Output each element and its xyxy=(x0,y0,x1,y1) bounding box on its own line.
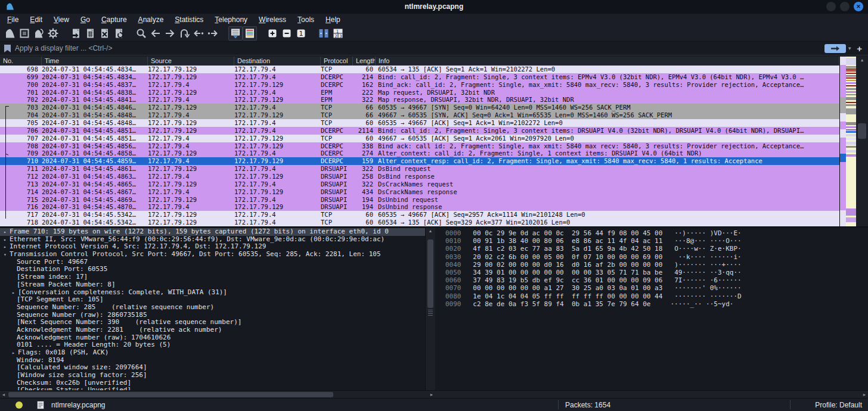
normal-size-icon[interactable]: 1 xyxy=(294,26,308,41)
capture-comment-icon[interactable] xyxy=(37,401,44,411)
menu-item-go[interactable]: Go xyxy=(80,15,90,24)
packet-row-709[interactable]: 7092024-07-31 04:54:45.4858…172.17.79.12… xyxy=(0,150,839,157)
go-forward-icon[interactable] xyxy=(163,26,177,41)
menu-item-view[interactable]: View xyxy=(54,15,69,24)
hex-row-0080[interactable]: 0080 1e 04 1c 04 04 05 ff ff ff ff ff 00… xyxy=(445,292,868,300)
capture-options-icon[interactable] xyxy=(46,26,60,41)
hex-row-0090[interactable]: 0090 c2 8e de 0a f3 5f 89 f4 0b a1 35 7e… xyxy=(445,300,868,308)
menu-item-file[interactable]: File xyxy=(7,15,18,24)
hex-row-0070[interactable]: 0070 00 00 00 00 00 00 a1 27 30 25 a0 03… xyxy=(445,284,868,292)
zoom-in-icon[interactable] xyxy=(265,26,280,41)
column-header-length[interactable]: Length xyxy=(353,57,376,66)
detail-line[interactable]: ▸Frame 710: 159 bytes on wire (1272 bits… xyxy=(0,228,425,236)
packet-row-716[interactable]: 7162024-07-31 04:54:45.4870…172.17.79.41… xyxy=(0,203,839,211)
packet-row-700[interactable]: 7002024-07-31 04:54:45.4837…172.17.79.41… xyxy=(0,81,839,89)
hex-row-0000[interactable]: 0000 00 0c 29 9e 0d ac 00 0c 29 56 44 f9… xyxy=(445,229,868,237)
detail-line[interactable]: [Stream Packet Number: 8] xyxy=(0,281,425,289)
packet-row-717[interactable]: 7172024-07-31 04:54:45.5342…172.17.79.12… xyxy=(0,211,839,219)
hex-row-0030[interactable]: 0030 20 02 c2 6b 00 00 05 00 0f 07 10 00… xyxy=(445,253,868,261)
maximize-button[interactable] xyxy=(840,2,850,11)
menu-item-help[interactable]: Help xyxy=(326,15,340,24)
packet-row-710[interactable]: 7102024-07-31 04:54:45.4859…172.17.79.41… xyxy=(0,157,839,165)
hex-row-0060[interactable]: 0060 37 49 83 19 b5 db ef 9c cc 36 01 00… xyxy=(445,276,868,284)
packet-row-712[interactable]: 7122024-07-31 04:54:45.4863…172.17.79.41… xyxy=(0,173,839,180)
packet-row-707[interactable]: 7072024-07-31 04:54:45.4851…172.17.79.41… xyxy=(0,135,839,142)
packet-list-scrollbar[interactable]: ▲ ▼ xyxy=(856,57,868,226)
number-format-icon[interactable]: 123 xyxy=(331,26,345,41)
packet-row-714[interactable]: 7142024-07-31 04:54:45.4867…172.17.79.41… xyxy=(0,188,839,196)
scroll-thumb[interactable] xyxy=(427,239,433,308)
menu-item-analyze[interactable]: Analyze xyxy=(138,15,164,24)
packet-row-706[interactable]: 7062024-07-31 04:54:45.4851…172.17.79.12… xyxy=(0,127,839,135)
open-file-icon[interactable] xyxy=(69,26,83,41)
detail-line[interactable]: Sequence Number: 285 (relative sequence … xyxy=(0,304,425,312)
menu-item-edit[interactable]: Edit xyxy=(30,15,42,24)
resize-columns-icon[interactable] xyxy=(317,26,331,41)
minimize-button[interactable] xyxy=(826,2,836,11)
details-scrollbar[interactable]: ▲ ▼ xyxy=(425,228,435,390)
packet-row-704[interactable]: 7042024-07-31 04:54:45.4848…172.17.79.41… xyxy=(0,111,839,119)
zoom-out-icon[interactable] xyxy=(280,26,294,41)
packet-row-708[interactable]: 7082024-07-31 04:54:45.4856…172.17.79.41… xyxy=(0,142,839,150)
apply-filter-button[interactable] xyxy=(824,44,846,53)
packet-row-701[interactable]: 7012024-07-31 04:54:45.4838…172.17.79.12… xyxy=(0,89,839,96)
scroll-up-icon[interactable]: ▲ xyxy=(426,228,435,235)
menu-item-tools[interactable]: Tools xyxy=(297,15,314,24)
detail-line[interactable]: ▾Transmission Control Protocol, Src Port… xyxy=(0,251,425,259)
packet-row-713[interactable]: 7132024-07-31 04:54:45.4865…172.17.79.12… xyxy=(0,180,839,188)
packet-row-718[interactable]: 7182024-07-31 04:54:45.5342…172.17.79.12… xyxy=(0,219,839,226)
packet-row-715[interactable]: 7152024-07-31 04:54:45.4869…172.17.79.12… xyxy=(0,196,839,204)
splitter-grip[interactable] xyxy=(428,309,433,317)
scroll-up-icon[interactable]: ▲ xyxy=(856,57,868,64)
filter-dropdown-caret[interactable]: ▼ xyxy=(847,46,852,51)
menu-item-telephony[interactable]: Telephony xyxy=(215,15,247,24)
detail-line[interactable]: Acknowledgment Number: 2281 (relative ac… xyxy=(0,326,425,334)
packet-row-703[interactable]: 7032024-07-31 04:54:45.4846…172.17.79.12… xyxy=(0,104,839,111)
filter-bookmark-icon[interactable] xyxy=(4,44,11,53)
column-header-time[interactable]: Time xyxy=(42,57,148,66)
packet-row-711[interactable]: 7112024-07-31 04:54:45.4861…172.17.79.12… xyxy=(0,165,839,173)
display-filter-input[interactable]: Apply a display filter ... <Ctrl-/> xyxy=(15,44,824,52)
find-packet-icon[interactable] xyxy=(134,26,148,41)
profile-label[interactable]: Profile: Default xyxy=(815,401,862,409)
start-capture-icon[interactable] xyxy=(3,26,17,41)
reload-file-icon[interactable] xyxy=(111,26,126,41)
expert-info-icon[interactable] xyxy=(16,401,23,409)
auto-scroll-icon[interactable] xyxy=(228,26,243,41)
close-button[interactable]: ✕ xyxy=(854,2,863,11)
detail-line[interactable]: [TCP Segment Len: 105] xyxy=(0,296,425,304)
column-header-info[interactable]: Info xyxy=(376,57,839,66)
packet-row-705[interactable]: 7052024-07-31 04:54:45.4848…172.17.79.12… xyxy=(0,119,839,127)
detail-line[interactable]: [Stream index: 17] xyxy=(0,273,425,281)
scroll-track[interactable] xyxy=(858,64,866,219)
hex-row-0010[interactable]: 0010 00 91 1b 38 40 00 80 06 e8 86 ac 11… xyxy=(445,237,868,245)
previous-packet-icon[interactable] xyxy=(191,26,206,41)
go-to-packet-icon[interactable] xyxy=(177,26,191,41)
hex-row-0040[interactable]: 0040 29 00 02 00 00 00 d0 16 d0 16 af 2b… xyxy=(445,261,868,269)
detail-line[interactable]: [Window size scaling factor: 256] xyxy=(0,372,425,379)
column-header-destination[interactable]: Destination xyxy=(234,57,321,66)
column-header-protocol[interactable]: Protocol xyxy=(321,57,353,66)
packet-row-702[interactable]: 7022024-07-31 04:54:45.4841…172.17.79.41… xyxy=(0,96,839,104)
packet-row-699[interactable]: 6992024-07-31 04:54:45.4834…172.17.79.12… xyxy=(0,73,839,81)
scroll-thumb[interactable] xyxy=(8,392,333,397)
column-header-source[interactable]: Source xyxy=(148,57,234,66)
menu-item-wireless[interactable]: Wireless xyxy=(259,15,286,24)
detail-line[interactable]: ▸Flags: 0x018 (PSH, ACK) xyxy=(0,349,425,357)
go-back-icon[interactable] xyxy=(148,26,163,41)
scroll-thumb[interactable] xyxy=(858,123,866,139)
hex-row-0050[interactable]: 0050 34 39 01 00 00 00 00 00 00 00 33 05… xyxy=(445,269,868,276)
stop-capture-icon[interactable] xyxy=(17,26,32,41)
add-filter-button[interactable]: + xyxy=(857,43,862,54)
packet-minimap[interactable] xyxy=(839,57,856,226)
next-packet-icon[interactable] xyxy=(206,26,220,41)
close-file-icon[interactable] xyxy=(97,26,111,41)
restart-capture-icon[interactable] xyxy=(32,26,46,41)
packet-bytes-pane[interactable]: 0000 00 0c 29 9e 0d ac 00 0c 29 56 44 f9… xyxy=(436,228,868,390)
hex-row-0020[interactable]: 0020 4f 81 c2 03 ec 77 aa 83 5a d1 65 9a… xyxy=(445,245,868,253)
packet-row-698[interactable]: 6982024-07-31 04:54:45.4834…172.17.79.12… xyxy=(0,66,839,73)
colorize-icon[interactable] xyxy=(243,26,257,41)
save-file-icon[interactable] xyxy=(83,26,97,41)
column-header-no[interactable]: No. xyxy=(0,57,42,66)
menu-item-statistics[interactable]: Statistics xyxy=(175,15,203,24)
